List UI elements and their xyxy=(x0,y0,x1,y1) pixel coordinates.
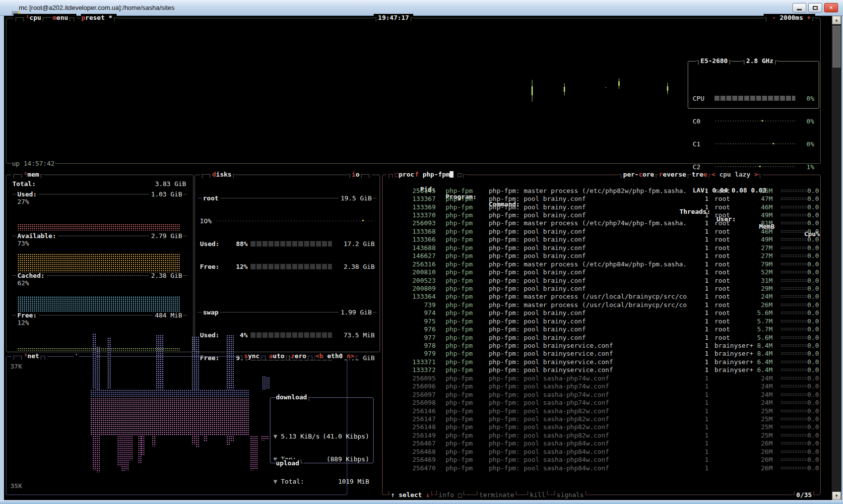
cpu-box-title[interactable]: ┌─┐¹cpu┌──┐ xyxy=(13,14,57,21)
core-value: 0% xyxy=(798,118,814,125)
process-row[interactable]: 133370php-fpmphp-fpm: pool brainy.conf1r… xyxy=(385,211,819,219)
minimize-button[interactable] xyxy=(792,3,806,12)
process-row[interactable]: 256316php-fpmphp-fpm: master process (/e… xyxy=(385,260,819,268)
process-row[interactable]: 256145php-fpmphp-fpm: master process (/e… xyxy=(385,187,819,194)
sync-button[interactable]: ┐sync┌┐ xyxy=(240,352,268,360)
network-box: ┌─┐³net┌┐ ' ┐sync┌┐ auto┌ zero┌┐ <b eth0… xyxy=(6,356,347,495)
process-row[interactable]: 256095php-fpmphp-fpm: pool sasha-php74w.… xyxy=(385,374,819,382)
process-filter-input[interactable]: f php-fpm □┌ xyxy=(414,171,466,178)
process-user: root xyxy=(714,285,754,292)
network-device-switcher[interactable]: <b eth0 n>┌ xyxy=(315,352,359,360)
disk-name: swap xyxy=(202,309,219,316)
process-row[interactable]: 256468php-fpmphp-fpm: pool sasha-php84w.… xyxy=(385,447,819,455)
memory-box-title[interactable]: ┌─┐²mem┌ xyxy=(11,171,44,178)
process-cpu-percent: 0.0 xyxy=(807,195,818,202)
process-memory: 26M xyxy=(754,448,773,455)
process-row[interactable]: 256148php-fpmphp-fpm: pool sasha-php82w.… xyxy=(385,423,819,431)
process-cpu-graph xyxy=(780,360,807,364)
process-program: php-fpm xyxy=(446,309,489,316)
process-row[interactable]: 256149php-fpmphp-fpm: pool sasha-php82w.… xyxy=(385,431,819,439)
process-pid: 256095 xyxy=(385,375,436,382)
process-user: root xyxy=(714,309,754,316)
scrollbar-thumb[interactable] xyxy=(833,26,841,67)
process-row[interactable]: 256097php-fpmphp-fpm: pool sasha-php74w.… xyxy=(385,390,819,398)
window-title: mc [root@a202.itdeveloper.com.ua]:/home/… xyxy=(19,4,175,11)
interval-minus-button[interactable]: - xyxy=(772,14,776,21)
process-cpu-percent: 0.0 xyxy=(807,211,818,219)
process-threads: 1 xyxy=(695,203,709,211)
filter-clear-button[interactable]: □ xyxy=(457,171,461,178)
zero-button[interactable]: zero┌┐ xyxy=(290,352,315,360)
disk-name-row: root19.5 GiB xyxy=(198,194,377,202)
process-row[interactable]: 739php-fpmphp-fpm: master process (/usr/… xyxy=(385,301,819,309)
process-row[interactable]: 979php-fpmphp-fpm: pool brainyservice.co… xyxy=(385,350,819,358)
process-row[interactable]: 133371php-fpmphp-fpm: pool brainyservice… xyxy=(385,358,819,366)
process-row[interactable]: 256470php-fpmphp-fpm: pool sasha-php84w.… xyxy=(385,464,819,472)
process-row[interactable]: 976php-fpmphp-fpm: pool brainy.conf1root… xyxy=(385,325,819,333)
process-threads: 1 xyxy=(695,464,709,472)
process-row[interactable]: 133372php-fpmphp-fpm: pool brainyservice… xyxy=(385,366,819,374)
process-row[interactable]: 200810php-fpmphp-fpm: pool brainy.conf1r… xyxy=(385,268,819,276)
menu-button[interactable]: menu┌┐ xyxy=(52,14,76,21)
process-row[interactable]: 977php-fpmphp-fpm: pool brainy.conf1root… xyxy=(385,333,819,341)
kill-button[interactable]: ┘kill└ xyxy=(525,491,550,499)
process-cpu-percent: 0.0 xyxy=(807,187,818,194)
sort-prev-icon[interactable]: < xyxy=(712,171,715,178)
putty-app-icon xyxy=(5,3,15,12)
process-cpu-percent: 0.0 xyxy=(807,342,818,349)
process-memory: 6.4M xyxy=(754,358,773,366)
process-row[interactable]: 256098php-fpmphp-fpm: pool sasha-php74w.… xyxy=(385,398,819,406)
process-row[interactable]: 256093php-fpmphp-fpm: master process (/e… xyxy=(385,219,819,227)
info-button[interactable]: ┘info □└ xyxy=(434,491,466,499)
reverse-button[interactable]: reverse┌┐ xyxy=(658,171,694,178)
scroll-up-button[interactable]: ▲ xyxy=(832,16,841,24)
process-row[interactable]: 256469php-fpmphp-fpm: pool sasha-php84w.… xyxy=(385,455,819,463)
scrollbar[interactable]: ▲ ▼ xyxy=(832,16,842,500)
process-memory: 86M xyxy=(754,187,773,194)
clock: ┐19:47:17┌ xyxy=(374,14,413,21)
process-program: php-fpm xyxy=(446,366,489,374)
process-row[interactable]: 200523php-fpmphp-fpm: pool brainy.conf1r… xyxy=(385,276,819,284)
process-cpu-percent: 0.0 xyxy=(807,236,818,243)
select-control[interactable]: ┘↑ select ↓└ xyxy=(387,491,434,499)
select-down-icon[interactable]: ↓ xyxy=(426,491,430,499)
process-row[interactable]: 133366php-fpmphp-fpm: pool brainy.conf1r… xyxy=(385,236,819,244)
scroll-down-button[interactable]: ▼ xyxy=(832,492,841,500)
process-row[interactable]: 143688php-fpmphp-fpm: pool brainy.conf1r… xyxy=(385,244,819,252)
process-program: php-fpm xyxy=(446,219,489,227)
window-titlebar[interactable]: mc [root@a202.itdeveloper.com.ua]:/home/… xyxy=(0,0,843,16)
process-row[interactable]: 133364php-fpmphp-fpm: master process (/u… xyxy=(385,293,819,301)
process-row[interactable]: 256147php-fpmphp-fpm: pool sasha-php82w.… xyxy=(385,415,819,423)
sort-column-selector[interactable]: < cpu lazy >┐ xyxy=(711,171,763,178)
process-row[interactable]: 256146php-fpmphp-fpm: pool sasha-php82w.… xyxy=(385,407,819,415)
interval-plus-button[interactable]: + xyxy=(807,14,811,21)
network-box-title[interactable]: ┌─┐³net┌┐ xyxy=(11,352,47,360)
signals-button[interactable]: ┘signals└ xyxy=(552,491,588,499)
sort-next-icon[interactable]: > xyxy=(754,171,758,178)
process-row[interactable]: 256467php-fpmphp-fpm: pool sasha-php84w.… xyxy=(385,440,819,447)
process-row[interactable]: 133369php-fpmphp-fpm: pool brainy.conf1r… xyxy=(385,203,819,211)
auto-button[interactable]: auto┌ xyxy=(268,352,289,360)
per-core-button[interactable]: ┐per-core┌┐ xyxy=(619,171,662,178)
process-row[interactable]: 978php-fpmphp-fpm: pool brainyservice.co… xyxy=(385,341,819,349)
process-program: php-fpm xyxy=(446,415,489,423)
process-row[interactable]: 974php-fpmphp-fpm: pool brainy.conf1root… xyxy=(385,309,819,317)
process-cpu-graph xyxy=(780,409,807,413)
process-row[interactable]: 256096php-fpmphp-fpm: pool sasha-php74w.… xyxy=(385,382,819,390)
process-cpu-graph xyxy=(780,295,807,298)
tree-button[interactable]: tree┌ xyxy=(691,171,712,178)
preset-button[interactable]: preset *┌ xyxy=(81,14,117,21)
maximize-button[interactable] xyxy=(808,3,822,12)
select-up-icon[interactable]: ↑ xyxy=(391,491,395,499)
update-interval-control[interactable]: ┐ - 2000ms +┌ xyxy=(764,14,815,21)
process-cpu-percent: 0.0 xyxy=(807,440,818,447)
process-row[interactable]: 200809php-fpmphp-fpm: pool brainy.conf1r… xyxy=(385,284,819,292)
disk-free-label: Free: xyxy=(200,263,219,270)
process-row[interactable]: 133367php-fpmphp-fpm: pool brainy.conf1r… xyxy=(385,194,819,202)
close-button[interactable]: ✕ xyxy=(824,3,838,12)
process-row[interactable]: 133368php-fpmphp-fpm: pool brainy.conf1r… xyxy=(385,227,819,235)
process-row[interactable]: 146627php-fpmphp-fpm: pool brainy.conf1r… xyxy=(385,252,819,260)
maximize-icon xyxy=(813,6,818,10)
terminate-button[interactable]: ┘terminate└ xyxy=(475,491,519,499)
process-row[interactable]: 975php-fpmphp-fpm: pool brainy.conf1root… xyxy=(385,317,819,325)
